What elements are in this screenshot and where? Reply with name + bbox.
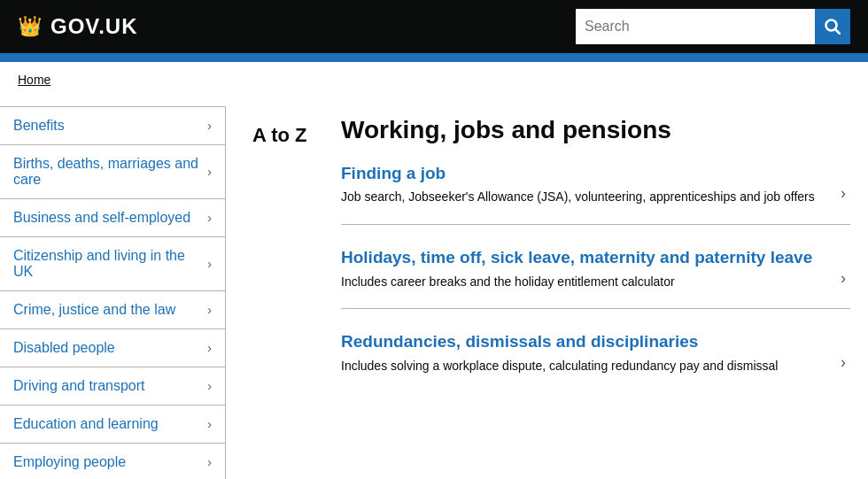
- site-header: 👑 GOV.UK: [0, 0, 868, 53]
- search-area: [576, 9, 850, 44]
- chevron-right-icon: ›: [207, 119, 212, 133]
- crown-icon: 👑: [18, 15, 42, 38]
- content-area: A to Z Working, jobs and pensions Findin…: [226, 106, 868, 479]
- chevron-right-icon: ›: [207, 417, 212, 431]
- sidebar-item-births[interactable]: Births, deaths, marriages and care ›: [0, 145, 225, 199]
- search-icon: [825, 19, 841, 35]
- breadcrumb: Home: [0, 62, 868, 97]
- sidebar-item-employing[interactable]: Employing people ›: [0, 444, 225, 479]
- sidebar-item-benefits[interactable]: Benefits ›: [0, 106, 225, 145]
- chevron-right-icon: ›: [207, 165, 212, 179]
- sidebar-item-driving[interactable]: Driving and transport ›: [0, 367, 225, 406]
- topic-desc: Includes career breaks and the holiday e…: [341, 274, 850, 291]
- sidebar-item-label: Benefits: [13, 118, 65, 134]
- chevron-right-icon: ›: [207, 379, 212, 393]
- sidebar-item-label: Education and learning: [13, 416, 159, 432]
- sidebar-item-education[interactable]: Education and learning ›: [0, 406, 225, 444]
- page-title: Working, jobs and pensions: [341, 115, 850, 145]
- chevron-right-icon: ›: [207, 257, 212, 271]
- sidebar-item-business[interactable]: Business and self-employed ›: [0, 199, 225, 237]
- chevron-right-icon: ›: [841, 268, 846, 287]
- sidebar-item-crime[interactable]: Crime, justice and the law ›: [0, 291, 225, 329]
- logo-area: 👑 GOV.UK: [18, 14, 137, 39]
- sidebar-item-citizenship[interactable]: Citizenship and living in the UK ›: [0, 237, 225, 291]
- topic-item: Redundancies, dismissals and disciplinar…: [341, 331, 850, 392]
- topic-item: Holidays, time off, sick leave, maternit…: [341, 247, 850, 309]
- sidebar-item-label: Driving and transport: [13, 378, 145, 394]
- topic-item: Finding a job Job search, Jobseeker's Al…: [341, 163, 850, 225]
- topic-title-redundancies[interactable]: Redundancies, dismissals and disciplinar…: [341, 331, 850, 353]
- svg-line-1: [835, 29, 840, 34]
- chevron-right-icon: ›: [207, 211, 212, 225]
- gov-logo[interactable]: GOV.UK: [50, 14, 137, 39]
- sidebar-item-label: Crime, justice and the law: [13, 302, 175, 318]
- topic-title-finding-a-job[interactable]: Finding a job: [341, 163, 850, 185]
- sidebar-item-label: Births, deaths, marriages and care: [13, 156, 207, 188]
- sidebar-item-label: Employing people: [13, 454, 126, 470]
- sidebar: Benefits › Births, deaths, marriages and…: [0, 106, 226, 479]
- chevron-right-icon: ›: [207, 455, 212, 469]
- atoz-label: A to Z: [252, 124, 323, 464]
- search-input[interactable]: [576, 9, 815, 44]
- search-button[interactable]: [815, 9, 850, 44]
- topic-desc: Job search, Jobseeker's Allowance (JSA),…: [341, 189, 850, 206]
- blue-bar: [0, 53, 868, 62]
- main-layout: Benefits › Births, deaths, marriages and…: [0, 97, 868, 479]
- sidebar-item-label: Disabled people: [13, 340, 115, 356]
- sidebar-item-label: Business and self-employed: [13, 210, 190, 226]
- sidebar-item-disabled[interactable]: Disabled people ›: [0, 329, 225, 367]
- topic-title-holidays[interactable]: Holidays, time off, sick leave, maternit…: [341, 247, 850, 269]
- topic-desc: Includes solving a workplace dispute, ca…: [341, 358, 850, 375]
- chevron-right-icon: ›: [841, 184, 846, 203]
- home-link[interactable]: Home: [18, 73, 50, 87]
- chevron-right-icon: ›: [207, 341, 212, 355]
- sidebar-item-label: Citizenship and living in the UK: [13, 248, 207, 280]
- main-content: Working, jobs and pensions Finding a job…: [341, 106, 850, 464]
- chevron-right-icon: ›: [841, 352, 846, 371]
- chevron-right-icon: ›: [207, 303, 212, 317]
